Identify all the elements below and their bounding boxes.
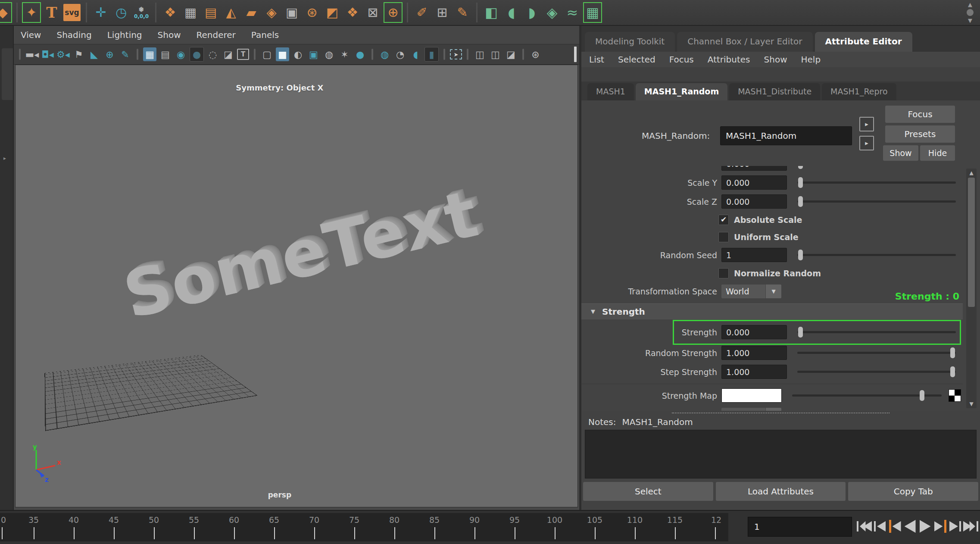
step-forward-frame-button[interactable] — [948, 515, 962, 538]
slider-handle[interactable] — [798, 166, 803, 169]
menu-show[interactable]: Show — [158, 30, 181, 40]
strength-map-swatch[interactable] — [721, 388, 782, 403]
strength-map-slider[interactable] — [792, 389, 942, 402]
nurbs-surface-b-icon[interactable]: ◗ — [522, 2, 541, 23]
rect-handles-icon[interactable]: ▣ — [282, 2, 301, 23]
scroll-down-icon[interactable]: ▼ — [969, 401, 973, 407]
aperture-icon[interactable]: ⊛ — [529, 47, 542, 61]
slider-handle[interactable] — [798, 327, 803, 338]
svg-import-icon[interactable]: svg — [62, 2, 81, 23]
absolute-scale-checkbox[interactable]: ✔ — [718, 215, 729, 225]
wireframe-on-shaded-icon[interactable]: ◐ — [291, 47, 305, 61]
panel-expand-icon[interactable]: ▸ — [3, 155, 6, 161]
occlusion-icon[interactable]: ◍ — [378, 47, 391, 61]
pin-tab-icon[interactable]: ▸ — [859, 117, 874, 131]
uniform-scale-checkbox[interactable] — [718, 232, 729, 242]
nurbs-squiggle-icon[interactable]: ≈ — [563, 2, 582, 23]
random-strength-slider[interactable] — [797, 346, 956, 360]
menu-attributes[interactable]: Attributes — [708, 54, 750, 65]
tab-mash1-repro[interactable]: MASH1_Repro — [822, 83, 896, 100]
lights-icon[interactable]: ✶ — [338, 47, 351, 61]
menu-selected[interactable]: Selected — [618, 54, 655, 65]
current-frame-field[interactable]: 1 — [748, 517, 852, 537]
notes-textarea[interactable] — [585, 430, 977, 478]
timeline-ruler[interactable]: 0 35 40 45 50 55 60 65 70 75 80 85 90 95… — [0, 513, 728, 541]
random-strength-field[interactable]: 1.000 — [721, 346, 787, 360]
notes-resize-handle[interactable] — [672, 413, 889, 413]
node-name-field[interactable]: MASH1_Random — [720, 126, 852, 145]
lattice-frame-icon[interactable]: ⊠ — [363, 2, 382, 23]
field-chart-icon[interactable]: ● — [190, 47, 204, 62]
slider-handle[interactable] — [798, 177, 803, 188]
poly-wheel-icon[interactable]: ⊛ — [303, 2, 321, 23]
hide-button[interactable]: Hide — [920, 145, 955, 161]
safe-action-icon[interactable]: ◌ — [206, 47, 219, 61]
bevel-prism-icon[interactable]: ◭ — [222, 2, 240, 23]
scroll-down-icon[interactable]: ▼ — [968, 17, 972, 24]
menu-show[interactable]: Show — [764, 54, 787, 65]
film-gate-icon[interactable]: ▤ — [159, 47, 172, 61]
slider-handle[interactable] — [950, 347, 955, 358]
shaded-mode-icon[interactable]: ■ — [276, 47, 289, 61]
focus-button[interactable]: Focus — [885, 106, 955, 123]
grease-pencil-icon[interactable]: ✎ — [119, 47, 132, 61]
map-projection-axis-dropdown[interactable]: Y ▼ — [721, 408, 781, 411]
scroll-up-icon[interactable]: ▲ — [969, 170, 973, 176]
hud-toggle-icon[interactable]: T — [237, 49, 249, 60]
isolate-select-icon[interactable]: ➤ — [450, 49, 462, 59]
select-camera-icon[interactable]: ▬◂ — [25, 47, 39, 61]
nurbs-cube-icon[interactable]: ◈ — [543, 2, 562, 23]
motion-blur-icon[interactable]: ◔ — [393, 47, 407, 61]
scene-object-sometext[interactable]: SomeText — [117, 176, 485, 333]
sphere-grid-icon[interactable]: ⊕ — [384, 2, 403, 23]
freeze-transform-icon[interactable]: ❅ 0,0,0 — [132, 2, 151, 23]
slider-handle[interactable] — [798, 196, 803, 207]
bridge-faces-icon[interactable]: ▰ — [242, 2, 261, 23]
go-to-start-button[interactable] — [857, 515, 872, 538]
tab-mash1[interactable]: MASH1 — [587, 83, 634, 100]
menu-view[interactable]: View — [21, 30, 41, 40]
slider-handle[interactable] — [950, 366, 955, 377]
anti-alias-icon[interactable]: ◖ — [409, 47, 422, 61]
star-primitive-icon[interactable]: ✦ — [22, 2, 41, 23]
layer-editor-b-icon[interactable]: ◫ — [489, 47, 502, 61]
bookmark-icon[interactable]: ⚑ — [72, 47, 85, 61]
pencil-curve-icon[interactable]: ✎ — [453, 2, 472, 23]
menu-list[interactable]: List — [589, 54, 604, 65]
polygon-gem-icon[interactable]: ◆ — [0, 2, 12, 23]
fold-face-icon[interactable]: ◩ — [323, 2, 342, 23]
tab-modeling-toolkit[interactable]: Modeling Toolkit — [585, 32, 675, 52]
step-forward-key-button[interactable] — [933, 515, 947, 538]
collapse-arrow-icon[interactable]: ▼ — [591, 308, 595, 315]
random-seed-slider[interactable] — [797, 248, 956, 262]
step-back-frame-button[interactable] — [873, 515, 887, 538]
step-strength-slider[interactable] — [797, 365, 956, 378]
scroll-up-icon[interactable]: ▲ — [968, 1, 972, 8]
extrude-cube-icon[interactable]: ◈ — [262, 2, 281, 23]
texture-map-button[interactable] — [949, 389, 961, 402]
slider-handle[interactable] — [798, 250, 803, 260]
tab-channel-box[interactable]: Channel Box / Layer Editor — [677, 32, 812, 52]
collapsed-panel-tab[interactable] — [2, 48, 13, 100]
locator-icon[interactable]: ✛ — [91, 2, 110, 23]
tab-mash1-distribute[interactable]: MASH1_Distribute — [729, 83, 820, 100]
scrollbar-thumb[interactable] — [968, 178, 975, 307]
go-to-end-button[interactable] — [963, 515, 978, 538]
panel-edge-grip[interactable] — [574, 47, 577, 62]
chevron-down-icon[interactable]: ▼ — [765, 285, 781, 298]
gate-mask-icon[interactable]: ◉ — [174, 47, 187, 61]
attributes-scrollbar[interactable]: ▲ ▼ — [966, 169, 977, 409]
grid-fill-icon[interactable]: ▦ — [181, 2, 200, 23]
resolution-gate-icon[interactable]: ▦ — [143, 47, 156, 61]
depth-peeling-icon[interactable]: ▮ — [424, 47, 439, 62]
random-seed-field[interactable]: 1 — [721, 248, 787, 262]
strength-field[interactable]: 0.000 — [721, 325, 787, 339]
menu-shading[interactable]: Shading — [56, 30, 91, 40]
scale-x-slider[interactable] — [797, 166, 956, 171]
map-projection-axis-value[interactable]: Y — [721, 408, 765, 411]
pan-zoom-icon[interactable]: ⊕ — [103, 47, 116, 61]
scale-z-field[interactable]: 0.000 — [721, 194, 787, 209]
type-text-icon[interactable]: T — [42, 2, 61, 23]
combine-mesh-icon[interactable]: ❖ — [161, 2, 180, 23]
wireframe-mode-icon[interactable]: ▢ — [260, 47, 274, 61]
